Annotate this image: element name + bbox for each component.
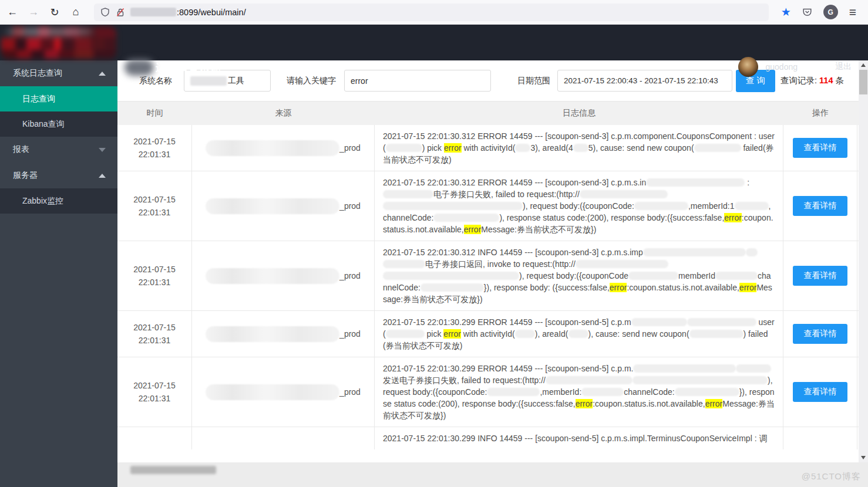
shield-icon[interactable]	[100, 7, 110, 18]
table-header: 时间 来源 日志信息 操作	[117, 102, 859, 125]
table-row: 2021-07-1522:01:31_prod2021-07-15 22:01:…	[117, 125, 859, 171]
back-icon[interactable]: ←	[4, 4, 21, 21]
date-range-input[interactable]: 2021-07-15 22:00:43 - 2021-07-15 22:10:4…	[557, 70, 732, 92]
log-action: 查看详情	[783, 311, 857, 357]
log-message: 2021-07-15 22:01:30.312 ERROR 14459 --- …	[375, 125, 783, 171]
sidebar-item-servers[interactable]: 服务器	[0, 163, 117, 188]
forward-icon[interactable]: →	[25, 4, 42, 21]
keyword-highlight: error	[444, 143, 462, 153]
keyword-highlight: error	[739, 283, 757, 292]
redacted-text	[633, 376, 768, 384]
records-number: 114	[819, 76, 833, 85]
log-time: 2021-07-1522:01:31	[117, 171, 192, 241]
log-source	[192, 427, 375, 449]
redacted-text	[573, 144, 588, 152]
sidebar-item-zabbix-monitor[interactable]: Zabbix监控	[0, 188, 117, 214]
log-time: 2021-07-1522:01:31	[117, 311, 192, 357]
view-detail-button[interactable]: 查看详情	[793, 196, 847, 216]
keyword-highlight: error	[443, 329, 461, 339]
watermark: @51CTO博客	[802, 471, 861, 482]
avatar[interactable]	[738, 57, 758, 77]
log-source: _prod	[192, 357, 375, 427]
pocket-icon[interactable]	[796, 6, 818, 18]
main-content: 系统名称 工具 请输入关键字 日期范围 2021-07-15 22:00:43 …	[117, 60, 859, 462]
view-detail-button[interactable]: 查看详情	[793, 324, 847, 344]
date-range-label: 日期范围	[517, 76, 550, 86]
redacted-text	[487, 388, 540, 396]
redacted-source	[206, 198, 339, 214]
sidebar-item-kibana-query[interactable]: Kibana查询	[0, 111, 117, 137]
table-row: 2021-07-1522:01:31_prod2021-07-15 22:01:…	[117, 241, 859, 310]
redacted-text	[515, 144, 530, 152]
redacted-text	[628, 272, 678, 280]
log-time: 2021-07-1522:01:31	[117, 357, 192, 427]
redacted-status-text	[130, 466, 216, 474]
log-action	[783, 427, 857, 449]
redacted-text	[386, 144, 422, 152]
redacted-host	[130, 8, 176, 16]
redacted-text	[735, 202, 769, 210]
system-name-label: 系统名称	[139, 76, 172, 86]
redacted-source	[206, 384, 339, 400]
redacted-system-name	[190, 76, 227, 86]
redacted-text	[433, 214, 499, 222]
redacted-text	[383, 260, 425, 268]
log-source: _prod	[192, 171, 375, 241]
log-source: _prod	[192, 125, 375, 171]
url-bar[interactable]: :8099/webui/main/	[94, 4, 769, 21]
log-message: 2021-07-15 22:01:30.312 ERROR 14459 --- …	[375, 171, 783, 241]
caret-down-icon	[99, 148, 106, 152]
vertical-scrollbar[interactable]	[859, 60, 868, 462]
menu-icon[interactable]: ≡	[843, 5, 862, 19]
scrollbar-thumb[interactable]	[859, 70, 867, 94]
log-table-body: 2021-07-1522:01:31_prod2021-07-15 22:01:…	[117, 125, 859, 449]
page-footer: @51CTO博客	[117, 462, 868, 487]
redacted-text	[633, 364, 736, 373]
log-message: 2021-07-15 22:01:30.299 ERROR 14459 --- …	[375, 311, 783, 357]
home-icon[interactable]: ⌂	[67, 4, 85, 21]
logout-button[interactable]: 退出	[835, 62, 852, 72]
redacted-text	[687, 318, 756, 326]
redacted-text	[383, 202, 523, 210]
redacted-text	[643, 248, 746, 256]
redacted-text	[675, 388, 739, 396]
scroll-down-icon[interactable]	[859, 453, 868, 462]
insecure-lock-icon[interactable]	[115, 7, 126, 18]
column-header-action: 操作	[783, 108, 857, 119]
header-user-area: guodong 退出	[738, 57, 852, 77]
sidebar-item-log-query[interactable]: 日志查询	[0, 86, 117, 111]
view-detail-button[interactable]: 查看详情	[793, 138, 847, 158]
keyword-highlight: error	[464, 225, 482, 234]
table-row: 2021-07-1522:01:31_prod2021-07-15 22:01:…	[117, 310, 859, 357]
redacted-text	[383, 272, 519, 280]
scroll-up-icon[interactable]	[859, 60, 868, 70]
sidebar-item-reports[interactable]: 报表	[0, 137, 117, 163]
sidebar-item-system-log-query[interactable]: 系统日志查询	[0, 60, 117, 86]
view-detail-button[interactable]: 查看详情	[793, 382, 847, 402]
toolbar-right: ★ G ≡	[776, 5, 862, 19]
keyword-highlight: error	[610, 283, 627, 292]
username[interactable]: guodong	[765, 62, 798, 72]
redacted-text	[736, 364, 771, 373]
redacted-text	[580, 190, 668, 198]
account-icon[interactable]: G	[823, 5, 838, 19]
log-time: 2021-07-1522:01:31	[117, 241, 192, 310]
log-source: _prod	[192, 241, 375, 310]
redacted-text	[576, 260, 668, 268]
column-header-time: 时间	[117, 108, 192, 119]
redacted-text	[383, 190, 433, 198]
bookmark-star-icon[interactable]: ★	[776, 5, 796, 19]
redacted-text	[689, 330, 743, 338]
reload-icon[interactable]: ↻	[46, 4, 63, 21]
page-title: 运维预警系统	[156, 60, 221, 75]
browser-toolbar: ← → ↻ ⌂ :8099/webui/main/ ★ G ≡	[0, 0, 868, 25]
log-action: 查看详情	[783, 241, 857, 310]
log-message: 2021-07-15 22:01:30.299 ERROR 14459 --- …	[375, 357, 783, 427]
column-header-source: 来源	[192, 108, 375, 119]
redacted-source	[206, 326, 339, 342]
redacted-text	[581, 388, 624, 396]
view-detail-button[interactable]: 查看详情	[793, 266, 847, 286]
keyword-label: 请输入关键字	[287, 76, 336, 86]
keyword-input[interactable]	[344, 70, 491, 92]
redacted-text	[646, 178, 745, 187]
